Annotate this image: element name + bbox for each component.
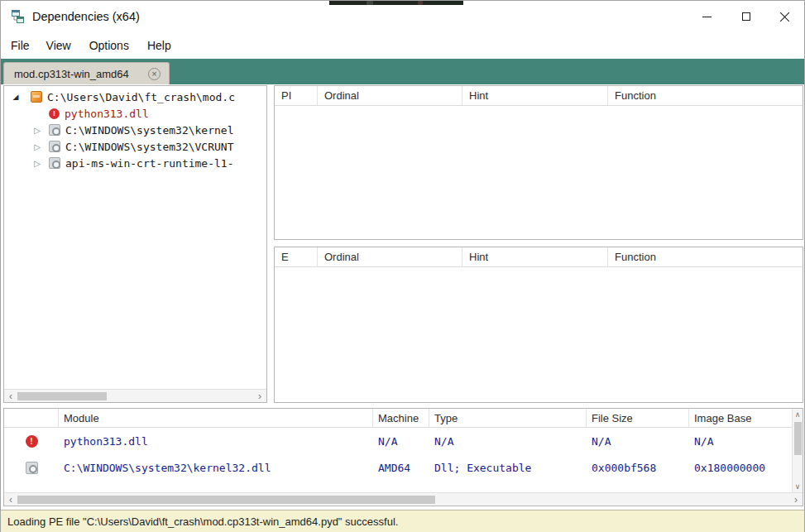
- menu-help[interactable]: Help: [139, 35, 180, 56]
- tab-strip: mod.cp313t-win_amd64 ×: [1, 59, 804, 84]
- module-name: C:\WINDOWS\system32\kernel32.dll: [59, 462, 373, 474]
- module-row-python313[interactable]: ! python313.dll N/A N/A N/A N/A: [4, 428, 792, 454]
- scroll-right-icon[interactable]: ›: [789, 494, 803, 506]
- dll-module-icon: [49, 157, 60, 169]
- exports-header-ordinal[interactable]: Ordinal: [318, 247, 462, 266]
- scrollbar-thumb[interactable]: [794, 422, 802, 455]
- module-machine: N/A: [373, 435, 429, 448]
- imports-header-row: PI Ordinal Hint Function: [275, 86, 803, 106]
- dll-module-icon: [49, 141, 60, 152]
- modules-vertical-scrollbar[interactable]: ∧ ∨: [792, 409, 803, 492]
- modules-header-machine[interactable]: Machine: [373, 409, 429, 427]
- modules-header-image-base[interactable]: Image Base: [689, 409, 792, 427]
- exports-header-function[interactable]: Function: [608, 247, 803, 266]
- module-file-size: N/A: [587, 435, 689, 448]
- imports-header-hint[interactable]: Hint: [462, 86, 608, 105]
- scroll-left-icon[interactable]: ‹: [4, 391, 17, 402]
- tree-item-root-module[interactable]: ◢ C:\Users\David\ft_crash\mod.c: [4, 89, 266, 105]
- tree-item-vcruntime[interactable]: ▷ C:\WINDOWS\system32\VCRUNT: [4, 138, 266, 155]
- dependency-tree-panel: ◢ C:\Users\David\ft_crash\mod.c ! python…: [3, 85, 267, 403]
- modules-header-file-size[interactable]: File Size: [587, 409, 689, 427]
- exports-header-e[interactable]: E: [275, 247, 318, 266]
- menu-view[interactable]: View: [38, 35, 79, 56]
- tab-close-icon[interactable]: ×: [148, 68, 161, 80]
- tree-item-label: C:\Users\David\ft_crash\mod.c: [47, 91, 235, 103]
- status-bar: Loading PE file "C:\Users\David\ft_crash…: [1, 510, 804, 532]
- module-image-base: 0x180000000: [689, 462, 792, 474]
- tree-item-kernel32[interactable]: ▷ C:\WINDOWS\system32\kernel: [4, 122, 266, 138]
- error-icon: !: [49, 108, 60, 119]
- menu-options[interactable]: Options: [79, 35, 139, 56]
- dll-module-icon: [26, 462, 38, 474]
- module-machine: AMD64: [373, 462, 429, 474]
- imports-header-pi[interactable]: PI: [275, 86, 318, 105]
- tree-item-python313[interactable]: ! python313.dll: [4, 105, 266, 122]
- exports-panel: E Ordinal Hint Function: [274, 247, 803, 403]
- close-icon: [779, 12, 790, 22]
- collapse-arrow-icon[interactable]: ▷: [31, 126, 44, 135]
- modules-header-icon-col: [4, 409, 59, 427]
- maximize-button[interactable]: [726, 1, 765, 32]
- modules-header-row: Module Machine Type File Size Image Base: [4, 409, 792, 428]
- tree-horizontal-scrollbar[interactable]: ‹ ›: [4, 389, 266, 402]
- collapse-arrow-icon[interactable]: ▷: [31, 142, 44, 151]
- scroll-left-icon[interactable]: ‹: [4, 494, 17, 506]
- tab-mod-cp313t[interactable]: mod.cp313t-win_amd64 ×: [3, 62, 170, 84]
- minimize-button[interactable]: [688, 1, 726, 32]
- imports-header-ordinal[interactable]: Ordinal: [318, 86, 462, 105]
- module-name: python313.dll: [59, 435, 373, 448]
- imports-panel: PI Ordinal Hint Function: [274, 85, 803, 240]
- module-type: Dll; Executable: [429, 462, 587, 474]
- collapse-arrow-icon[interactable]: ▷: [31, 159, 44, 168]
- module-row-kernel32[interactable]: C:\WINDOWS\system32\kernel32.dll AMD64 D…: [4, 454, 792, 481]
- expand-arrow-icon[interactable]: ◢: [9, 93, 22, 101]
- tree-item-api-ms-win-crt[interactable]: ▷ api-ms-win-crt-runtime-l1-: [4, 155, 266, 171]
- tree-item-label: api-ms-win-crt-runtime-l1-: [65, 157, 234, 170]
- app-window: Dependencies (x64) File View Options Hel…: [0, 0, 805, 532]
- tree-item-label: python313.dll: [65, 108, 149, 120]
- imports-header-function[interactable]: Function: [608, 86, 803, 105]
- scroll-up-icon[interactable]: ∧: [793, 409, 803, 420]
- modules-header-module[interactable]: Module: [59, 409, 373, 427]
- module-type: N/A: [429, 435, 587, 448]
- title-bar: Dependencies (x64): [1, 1, 804, 32]
- window-title: Dependencies (x64): [32, 10, 140, 23]
- scrollbar-thumb[interactable]: [17, 496, 435, 504]
- error-icon: !: [26, 435, 38, 448]
- tree-item-label: C:\WINDOWS\system32\VCRUNT: [65, 141, 234, 153]
- scrollbar-thumb[interactable]: [17, 392, 107, 400]
- exports-header-row: E Ordinal Hint Function: [275, 247, 803, 267]
- minimize-icon: [702, 17, 712, 17]
- scroll-down-icon[interactable]: ∨: [793, 481, 803, 492]
- module-package-icon: [31, 91, 42, 103]
- exports-header-hint[interactable]: Hint: [462, 247, 608, 266]
- module-file-size: 0x000bf568: [587, 462, 689, 474]
- window-controls: [688, 1, 804, 32]
- app-icon: [10, 9, 25, 24]
- background-window-artifact: [329, 1, 463, 5]
- maximize-icon: [742, 12, 750, 21]
- modules-panel: Module Machine Type File Size Image Base…: [3, 408, 803, 506]
- scroll-right-icon[interactable]: ›: [253, 391, 266, 402]
- close-button[interactable]: [765, 1, 804, 32]
- dll-module-icon: [49, 124, 60, 136]
- status-text: Loading PE file "C:\Users\David\ft_crash…: [7, 515, 398, 528]
- menu-file[interactable]: File: [2, 35, 38, 56]
- tab-label: mod.cp313t-win_amd64: [14, 68, 140, 80]
- module-image-base: N/A: [689, 435, 792, 448]
- modules-header-type[interactable]: Type: [429, 409, 587, 427]
- modules-horizontal-scrollbar[interactable]: ‹ ›: [4, 492, 803, 506]
- dependency-tree: ◢ C:\Users\David\ft_crash\mod.c ! python…: [4, 86, 266, 171]
- menu-bar: File View Options Help: [1, 32, 804, 59]
- tree-item-label: C:\WINDOWS\system32\kernel: [65, 124, 234, 137]
